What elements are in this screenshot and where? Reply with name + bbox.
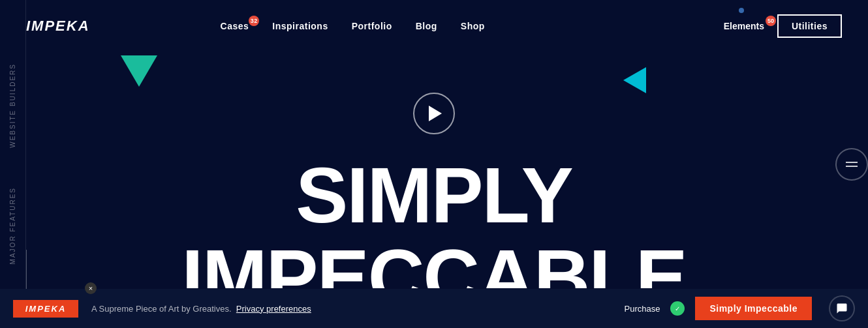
hamburger-line-1	[846, 162, 858, 163]
hamburger-icon	[846, 162, 858, 167]
play-icon	[429, 106, 442, 121]
main-nav: Cases 32 Inspirations Portfolio Blog Sho…	[221, 21, 485, 31]
simply-impeccable-button[interactable]: Simply Impeccable	[695, 297, 812, 320]
hero-title-line1: SIMPLY	[181, 154, 686, 236]
chat-svg	[836, 303, 848, 314]
utilities-button[interactable]: Utilities	[777, 14, 842, 38]
purchase-label: Purchase	[625, 304, 660, 314]
purchase-check-icon: ✓	[670, 301, 685, 316]
hero-text: SIMPLY IMPECCABLE	[181, 154, 686, 288]
cases-badge: 32	[249, 16, 259, 26]
logo[interactable]: IMPEKA	[26, 18, 90, 35]
cookie-bar: × IMPEKA A Supreme Piece of Art by Great…	[0, 289, 868, 328]
chat-icon[interactable]	[829, 295, 855, 321]
cookie-message: A Supreme Piece of Art by Greatives. Pri…	[91, 304, 612, 314]
nav-portfolio[interactable]: Portfolio	[352, 21, 392, 31]
elements-badge: 50	[766, 16, 776, 26]
hamburger-line-2	[846, 166, 858, 167]
privacy-link[interactable]: Privacy preferences	[236, 304, 311, 314]
cookie-bar-logo: IMPEKA	[13, 300, 78, 318]
side-menu-button[interactable]	[835, 148, 868, 181]
nav-shop[interactable]: Shop	[461, 21, 485, 31]
play-button[interactable]	[413, 93, 455, 134]
sidebar-major-features: Major Features	[9, 187, 16, 264]
cookie-close-button[interactable]: ×	[85, 282, 97, 294]
elements-link[interactable]: Elements 50	[724, 21, 764, 31]
left-accent-line	[26, 250, 27, 289]
nav-cases[interactable]: Cases 32	[221, 21, 249, 31]
nav-blog[interactable]: Blog	[416, 21, 437, 31]
nav-inspirations[interactable]: Inspirations	[272, 21, 328, 31]
hero-title-line2: IMPECCABLE	[181, 236, 686, 288]
header: IMPEKA Cases 32 Inspirations Portfolio B…	[0, 0, 868, 52]
sidebar-website-builders: Website Builders	[9, 63, 16, 148]
nav-right: Elements 50 Utilities	[724, 14, 842, 38]
cookie-right-section: Purchase ✓ Simply Impeccable	[625, 295, 855, 321]
